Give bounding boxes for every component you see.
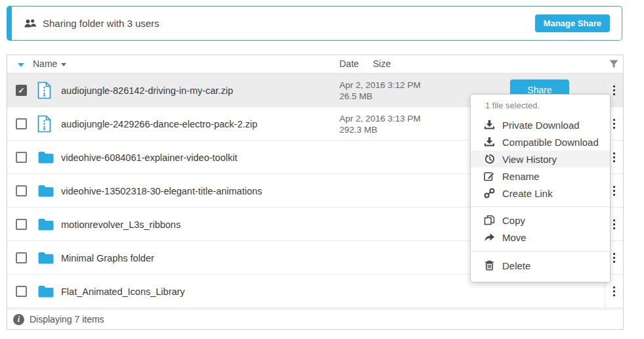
column-header-size[interactable]: Size [373, 58, 391, 69]
zip-file-icon [37, 115, 51, 133]
menu-item-view-history[interactable]: View History [471, 150, 610, 168]
menu-item-copy[interactable]: Copy [471, 212, 610, 229]
folder-icon [37, 148, 54, 166]
row-checkbox[interactable] [16, 219, 27, 230]
trash-icon [484, 260, 495, 271]
file-size: 26.5 MB [339, 91, 421, 102]
selection-status: 1 file selected. [471, 101, 610, 112]
menu-item-private-download[interactable]: Private Download [471, 116, 610, 133]
rename-icon [484, 171, 495, 181]
sharing-message: Sharing folder with 3 users [24, 18, 160, 29]
folder-icon [37, 182, 54, 200]
folder-name[interactable]: Flat_Animated_Icons_Library [61, 286, 185, 297]
manage-share-button[interactable]: Manage Share [535, 14, 610, 32]
copy-icon [484, 215, 495, 225]
file-date: Apr 2, 2016 3:12 PM [339, 79, 421, 91]
file-name[interactable]: audiojungle-2429266-dance-electro-pack-2… [61, 119, 257, 129]
column-header-name[interactable]: Name [33, 58, 66, 69]
folder-icon [37, 282, 54, 300]
date-size-cell: Apr 2, 2016 3:12 PM 26.5 MB [339, 79, 421, 102]
folder-name[interactable]: videohive-13502318-30-elegant-title-anim… [61, 186, 262, 196]
menu-item-rename[interactable]: Rename [471, 168, 610, 185]
date-size-cell: Apr 2, 2016 3:13 PM 292.3 MB [339, 113, 421, 135]
info-icon: i [13, 314, 24, 325]
menu-item-compatible-download[interactable]: Compatible Download [471, 133, 610, 150]
menu-item-delete[interactable]: Delete [471, 257, 610, 274]
link-icon [484, 188, 495, 198]
menu-separator [471, 251, 610, 252]
row-checkbox[interactable] [16, 252, 27, 263]
sort-caret-icon [61, 63, 66, 66]
folder-icon [37, 215, 54, 233]
menu-item-create-link[interactable]: Create Link [471, 185, 610, 202]
folder-name[interactable]: videohive-6084061-explainer-video-toolki… [61, 152, 237, 163]
row-checkbox[interactable] [16, 185, 27, 196]
history-icon [484, 154, 495, 164]
file-size: 292.3 MB [339, 124, 421, 135]
file-name[interactable]: audiojungle-826142-driving-in-my-car.zip [61, 85, 233, 96]
filter-icon[interactable] [609, 60, 618, 68]
select-all-dropdown-icon[interactable] [18, 63, 24, 67]
sharing-banner: Sharing folder with 3 users Manage Share [7, 6, 622, 41]
row-checkbox[interactable] [16, 286, 27, 297]
row-checkbox[interactable] [16, 152, 27, 163]
table-header: Name Date Size [7, 55, 623, 74]
row-checkbox[interactable] [16, 85, 27, 96]
menu-separator [471, 206, 610, 207]
folder-icon [37, 249, 54, 267]
sharing-message-text: Sharing folder with 3 users [43, 18, 160, 29]
download-icon [484, 137, 495, 147]
folder-name[interactable]: motionrevolver_L3s_ribbons [61, 219, 181, 230]
items-count-status: Displaying 7 items [30, 314, 104, 325]
download-icon [484, 120, 495, 130]
file-date: Apr 2, 2016 3:13 PM [339, 113, 421, 124]
move-icon [484, 232, 495, 242]
column-header-date[interactable]: Date [339, 58, 359, 69]
menu-item-move[interactable]: Move [471, 229, 610, 246]
table-footer: i Displaying 7 items [7, 309, 623, 329]
folder-name[interactable]: Minimal Graphs folder [61, 253, 154, 263]
file-actions-context-menu: 1 file selected. Private Download Compat… [470, 94, 611, 282]
users-icon [24, 18, 37, 28]
row-checkbox[interactable] [16, 118, 27, 129]
zip-file-icon [37, 81, 51, 99]
